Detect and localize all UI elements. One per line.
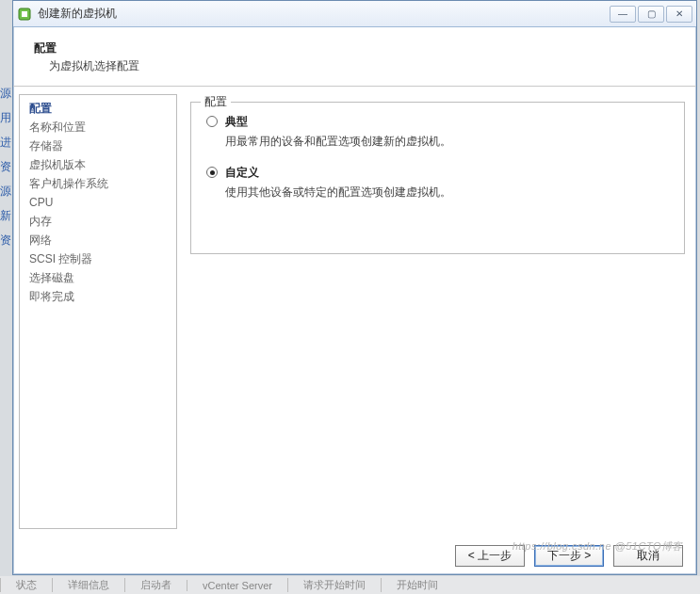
col-vcenter: vCenter Server <box>187 580 287 591</box>
step-ready[interactable]: 即将完成 <box>29 287 167 306</box>
vm-wizard-window: 创建新的虚拟机 — ▢ ✕ 配置 为虚拟机选择配置 配置 名称和位置 存储器 虚… <box>12 0 697 575</box>
close-button[interactable]: ✕ <box>666 6 692 23</box>
step-vm-version[interactable]: 虚拟机版本 <box>29 155 167 174</box>
config-group-label: 配置 <box>201 94 231 110</box>
step-name-location[interactable]: 名称和位置 <box>29 118 167 136</box>
col-initiator: 启动者 <box>124 578 187 592</box>
page-subtitle: 为虚拟机选择配置 <box>49 58 676 74</box>
app-icon <box>17 7 32 22</box>
wizard-content: 配置 典型 用最常用的设备和配置选项创建新的虚拟机。 自定义 使用其他设备或特定… <box>177 94 691 529</box>
minimize-button[interactable]: — <box>610 6 636 23</box>
step-disk[interactable]: 选择磁盘 <box>29 268 167 287</box>
wizard-header: 配置 为虚拟机选择配置 <box>13 27 696 80</box>
watermark-text: https://blog.csdn.ne @51CTO博客 <box>513 539 683 554</box>
config-group: 配置 典型 用最常用的设备和配置选项创建新的虚拟机。 自定义 使用其他设备或特定… <box>190 102 685 254</box>
step-memory[interactable]: 内存 <box>29 212 167 231</box>
background-gutter: 源 用 进 资 源: 新 资 <box>0 81 12 252</box>
step-scsi[interactable]: SCSI 控制器 <box>29 249 167 268</box>
radio-custom[interactable] <box>206 167 218 178</box>
step-storage[interactable]: 存储器 <box>29 136 167 155</box>
titlebar: 创建新的虚拟机 — ▢ ✕ <box>13 1 696 27</box>
radio-typical[interactable] <box>206 116 218 127</box>
svg-rect-1 <box>22 11 27 17</box>
col-status: 状态 <box>0 578 52 592</box>
header-divider <box>13 86 696 87</box>
option-custom[interactable]: 自定义 <box>206 165 669 181</box>
background-status-bar: 状态 详细信息 启动者 vCenter Server 请求开始时间 开始时间 <box>0 576 700 594</box>
radio-custom-label: 自定义 <box>225 165 259 181</box>
radio-typical-desc: 用最常用的设备和配置选项创建新的虚拟机。 <box>225 134 669 150</box>
col-details: 详细信息 <box>52 578 124 592</box>
step-configuration[interactable]: 配置 <box>29 99 167 118</box>
option-typical[interactable]: 典型 <box>206 114 669 130</box>
wizard-steps-sidebar: 配置 名称和位置 存储器 虚拟机版本 客户机操作系统 CPU 内存 网络 SCS… <box>19 94 177 529</box>
wizard-body: 配置 名称和位置 存储器 虚拟机版本 客户机操作系统 CPU 内存 网络 SCS… <box>19 94 691 529</box>
window-controls: — ▢ ✕ <box>610 6 692 23</box>
step-network[interactable]: 网络 <box>29 231 167 249</box>
radio-typical-label: 典型 <box>225 114 248 130</box>
maximize-button[interactable]: ▢ <box>638 6 664 23</box>
col-req-start: 请求开始时间 <box>287 578 381 592</box>
step-cpu[interactable]: CPU <box>29 193 167 212</box>
page-title: 配置 <box>34 40 676 56</box>
col-start: 开始时间 <box>381 578 453 592</box>
step-guest-os[interactable]: 客户机操作系统 <box>29 174 167 193</box>
window-title: 创建新的虚拟机 <box>38 6 610 22</box>
radio-custom-desc: 使用其他设备或特定的配置选项创建虚拟机。 <box>225 185 669 201</box>
